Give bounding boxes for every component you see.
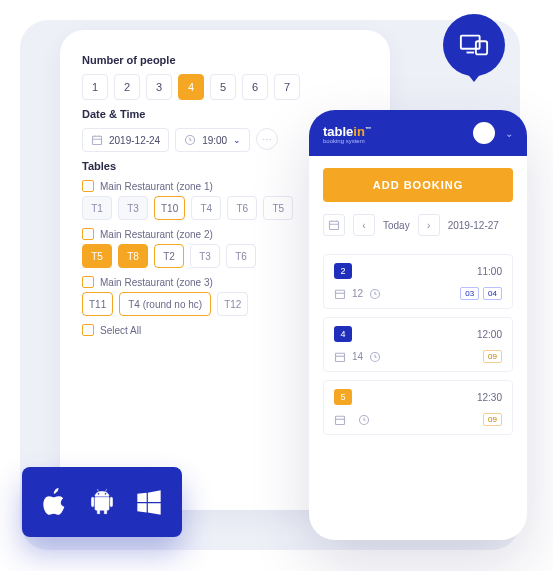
zone-label: Main Restaurant (zone 3) (100, 277, 213, 288)
checkbox-icon (82, 228, 94, 240)
brand-b: in (353, 124, 365, 139)
brand-subtitle: booking system (323, 138, 371, 144)
table-option[interactable]: T2 (154, 244, 184, 268)
booking-count: 14 (352, 351, 363, 362)
today-label[interactable]: Today (383, 220, 410, 231)
clock-icon (369, 288, 381, 300)
people-row: 1234567 (82, 74, 368, 100)
svg-rect-11 (336, 416, 345, 424)
select-all-label: Select All (100, 325, 141, 336)
table-option[interactable]: T4 (191, 196, 221, 220)
people-label: Number of people (82, 54, 368, 66)
checkbox-icon (82, 180, 94, 192)
table-option[interactable]: T4 (round no hc) (119, 292, 211, 316)
time-field[interactable]: 19:00 ⌄ (175, 128, 250, 152)
devices-icon (459, 33, 489, 57)
booking-time: 12:00 (477, 329, 502, 340)
people-option[interactable]: 4 (178, 74, 204, 100)
brand-a: table (323, 124, 353, 139)
booking-tags: 0304 (460, 287, 502, 300)
chevron-down-icon[interactable]: ⌄ (505, 128, 513, 139)
checkbox-icon (82, 324, 94, 336)
people-option[interactable]: 2 (114, 74, 140, 100)
bookings-list: 211:00120304412:001409512:3009 (309, 246, 527, 443)
table-option[interactable]: T6 (226, 244, 256, 268)
people-option[interactable]: 1 (82, 74, 108, 100)
svg-rect-9 (336, 353, 345, 361)
calendar-icon (328, 219, 340, 231)
svg-point-3 (105, 493, 107, 495)
svg-point-2 (98, 493, 100, 495)
table-option[interactable]: T6 (227, 196, 257, 220)
date-nav: ‹ Today › 2019-12-27 (309, 214, 527, 246)
brand: tablein™ booking system (323, 122, 371, 144)
people-option[interactable]: 7 (274, 74, 300, 100)
booking-count: 12 (352, 288, 363, 299)
calendar-icon (334, 414, 346, 426)
date-field[interactable]: 2019-12-24 (82, 128, 169, 152)
clock-icon (358, 414, 370, 426)
add-booking-button[interactable]: ADD BOOKING (323, 168, 513, 202)
booking-tag: 04 (483, 287, 502, 300)
platforms-badge (22, 467, 182, 537)
table-option[interactable]: T5 (82, 244, 112, 268)
booking-card[interactable]: 412:001409 (323, 317, 513, 372)
zone-label: Main Restaurant (zone 2) (100, 229, 213, 240)
booking-time: 11:00 (477, 266, 502, 277)
table-option[interactable]: T11 (82, 292, 113, 316)
booking-tags: 09 (483, 413, 502, 426)
booking-time: 12:30 (477, 392, 502, 403)
calendar-icon (91, 134, 103, 146)
chevron-down-icon: ⌄ (233, 135, 241, 145)
android-icon (88, 488, 116, 516)
clock-icon (369, 351, 381, 363)
booking-card[interactable]: 512:3009 (323, 380, 513, 435)
people-option[interactable]: 3 (146, 74, 172, 100)
table-option[interactable]: T1 (82, 196, 112, 220)
phone-header: tablein™ booking system ⌄ (309, 110, 527, 156)
apple-icon (41, 488, 69, 516)
booking-tags: 09 (483, 350, 502, 363)
time-value: 19:00 (202, 135, 227, 146)
date-value: 2019-12-24 (109, 135, 160, 146)
current-date: 2019-12-27 (448, 220, 499, 231)
booking-tag: 09 (483, 350, 502, 363)
table-option[interactable]: T5 (263, 196, 293, 220)
zone-label: Main Restaurant (zone 1) (100, 181, 213, 192)
checkbox-icon (82, 276, 94, 288)
table-option[interactable]: T3 (118, 196, 148, 220)
calendar-icon (334, 288, 346, 300)
booking-tag: 03 (460, 287, 479, 300)
prev-day-button[interactable]: ‹ (353, 214, 375, 236)
calendar-icon (334, 351, 346, 363)
more-button[interactable]: ⋯ (256, 128, 278, 150)
table-option[interactable]: T3 (190, 244, 220, 268)
people-option[interactable]: 6 (242, 74, 268, 100)
avatar[interactable] (473, 122, 495, 144)
windows-icon (135, 488, 163, 516)
devices-bubble (443, 14, 505, 76)
booking-card[interactable]: 211:00120304 (323, 254, 513, 309)
svg-rect-0 (93, 136, 102, 144)
next-day-button[interactable]: › (418, 214, 440, 236)
phone-mockup: tablein™ booking system ⌄ ADD BOOKING ‹ … (309, 110, 527, 540)
table-option[interactable]: T12 (217, 292, 248, 316)
table-option[interactable]: T8 (118, 244, 148, 268)
svg-rect-7 (336, 290, 345, 298)
booking-num: 2 (334, 263, 352, 279)
clock-icon (184, 134, 196, 146)
booking-num: 4 (334, 326, 352, 342)
booking-num: 5 (334, 389, 352, 405)
table-option[interactable]: T10 (154, 196, 185, 220)
calendar-button[interactable] (323, 214, 345, 236)
svg-rect-6 (330, 221, 339, 229)
booking-tag: 09 (483, 413, 502, 426)
people-option[interactable]: 5 (210, 74, 236, 100)
